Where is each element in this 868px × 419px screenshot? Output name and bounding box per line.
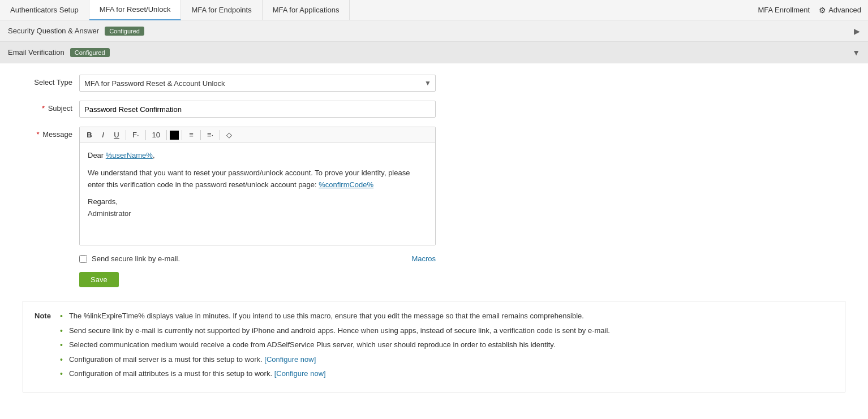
advanced-label: Advanced (828, 6, 861, 14)
message-label: * Message (23, 127, 79, 139)
top-navigation: Authenticators Setup MFA for Reset/Unloc… (0, 0, 868, 20)
message-line3: Regards,Administrator (88, 196, 427, 220)
toolbar-sep-4 (182, 130, 182, 140)
note-list: The %linkExpireTime% displays value in m… (60, 310, 610, 383)
message-control: B I U F· 10 ≡ ≡· ◇ (79, 127, 436, 245)
note-label: Note (35, 310, 51, 383)
save-button[interactable]: Save (79, 272, 119, 287)
section-email-verification-badge: Configured (70, 48, 110, 57)
checkbox-row: Send secure link by e-mail. Macros (79, 254, 436, 263)
note-item-5: Configuration of mail attributes is a mu… (60, 368, 610, 379)
toolbar-color-swatch[interactable] (170, 131, 179, 140)
confirmcode-macro: %confirmCode% (319, 180, 373, 189)
subject-required-star: * (42, 104, 45, 113)
secure-link-checkbox[interactable] (79, 255, 87, 263)
editor-container: B I U F· 10 ≡ ≡· ◇ (79, 127, 436, 245)
section-security-question-arrow: ▶ (854, 27, 860, 36)
toolbar-font[interactable]: F· (129, 129, 143, 140)
section-email-verification-title: Email Verification (8, 48, 65, 57)
toolbar-bold[interactable]: B (83, 129, 96, 140)
toolbar-italic[interactable]: I (97, 129, 109, 140)
tab-mfa-reset-unlock[interactable]: MFA for Reset/Unlock (89, 0, 182, 20)
message-line1: Dear %userName%, (88, 150, 427, 162)
tab-authenticators-setup[interactable]: Authenticators Setup (0, 0, 89, 20)
toolbar-sep-2 (145, 130, 146, 140)
message-required-star: * (37, 130, 40, 139)
toolbar-sep-5 (200, 130, 201, 140)
toolbar-list[interactable]: ≡· (204, 129, 217, 140)
toolbar-font-size[interactable]: 10 (149, 129, 164, 140)
subject-label: * Subject (23, 101, 79, 113)
message-row: * Message B I U F· 10 ≡ (23, 127, 845, 245)
nav-tabs-left: Authenticators Setup MFA for Reset/Unloc… (0, 0, 758, 20)
toolbar-align[interactable]: ≡ (185, 129, 197, 140)
select-type-dropdown[interactable]: MFA for Password Reset & Account UnlockM… (79, 75, 436, 92)
toolbar-code[interactable]: ◇ (223, 129, 235, 140)
mfa-enrollment-link[interactable]: MFA Enrollment (758, 6, 810, 14)
subject-control (79, 101, 436, 118)
note-table: Note The %linkExpireTime% displays value… (35, 310, 833, 383)
toolbar-sep-1 (126, 130, 126, 140)
section-email-verification-arrow: ▼ (852, 48, 860, 57)
note-item-2: Send secure link by e-mail is currently … (60, 325, 610, 336)
toolbar-sep-6 (220, 130, 220, 140)
select-type-label: Select Type (23, 75, 79, 87)
editor-toolbar: B I U F· 10 ≡ ≡· ◇ (80, 127, 435, 143)
subject-row: * Subject (23, 101, 845, 118)
configure-now-link-2[interactable]: [Configure now] (274, 369, 326, 378)
save-area: Save (79, 272, 845, 287)
advanced-link[interactable]: ⚙ Advanced (819, 6, 861, 15)
nav-right: MFA Enrollment ⚙ Advanced (758, 6, 868, 15)
gear-icon: ⚙ (819, 6, 826, 15)
tab-mfa-endpoints[interactable]: MFA for Endpoints (181, 0, 262, 20)
section-email-verification[interactable]: Email Verification Configured ▼ (0, 42, 868, 63)
select-type-row: Select Type MFA for Password Reset & Acc… (23, 75, 845, 92)
checkbox-label: Send secure link by e-mail. (92, 254, 180, 263)
section-security-question-badge: Configured (105, 27, 144, 36)
subject-input[interactable] (79, 101, 436, 118)
toolbar-underline[interactable]: U (110, 129, 123, 140)
checkbox-area: Send secure link by e-mail. Macros (79, 254, 436, 263)
note-item-4: Configuration of mail server is a must f… (60, 354, 610, 365)
select-type-control: MFA for Password Reset & Account UnlockM… (79, 75, 436, 92)
select-type-wrapper: MFA for Password Reset & Account UnlockM… (79, 75, 436, 92)
note-item-1: The %linkExpireTime% displays value in m… (60, 310, 610, 322)
content-area: Select Type MFA for Password Reset & Acc… (0, 63, 868, 404)
section-security-question-title: Security Question & Answer (8, 27, 99, 35)
username-macro: %userName% (106, 151, 153, 159)
editor-body[interactable]: Dear %userName%, We understand that you … (80, 143, 435, 245)
tab-mfa-applications[interactable]: MFA for Applications (263, 0, 350, 20)
section-security-question[interactable]: Security Question & Answer Configured ▶ (0, 20, 868, 42)
note-section: Note The %linkExpireTime% displays value… (23, 301, 845, 392)
configure-now-link-1[interactable]: [Configure now] (264, 355, 316, 364)
toolbar-sep-3 (166, 130, 167, 140)
macros-link[interactable]: Macros (411, 254, 436, 263)
checkbox-left: Send secure link by e-mail. (79, 254, 180, 263)
message-line2: We understand that you want to reset you… (88, 167, 427, 191)
note-item-3: Selected communication medium would rece… (60, 339, 610, 351)
